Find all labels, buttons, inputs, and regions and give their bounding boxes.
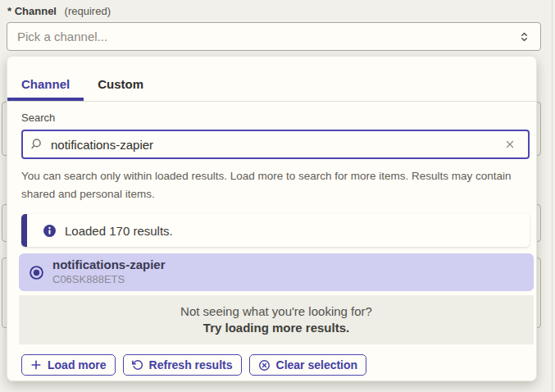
load-more-label: Load more — [48, 358, 107, 371]
select-placeholder: Pick a channel... — [17, 30, 518, 43]
search-field — [21, 130, 525, 159]
empty-hint-box: Not seeing what you're looking for? Try … — [19, 295, 534, 344]
result-row-notifications-zapier[interactable]: notifications-zapier C06SK888ETS — [19, 253, 534, 291]
clear-search-icon[interactable] — [503, 137, 517, 154]
field-label-row: * Channel (required) — [7, 5, 111, 17]
action-button-row: Load more Refresh results Clear selectio… — [21, 354, 525, 376]
panel-body: Search You can search only within loaded… — [7, 112, 536, 376]
result-texts: notifications-zapier C06SK888ETS — [52, 258, 166, 287]
info-banner-text: Loaded 170 results. — [65, 224, 173, 238]
result-subtitle: C06SK888ETS — [52, 273, 166, 287]
tab-custom[interactable]: Custom — [84, 67, 157, 101]
field-label: Channel — [15, 5, 57, 17]
refresh-results-label: Refresh results — [149, 358, 233, 371]
tab-bar: Channel Custom — [7, 57, 536, 102]
refresh-results-button[interactable]: Refresh results — [123, 354, 242, 376]
clear-selection-label: Clear selection — [276, 358, 358, 371]
refresh-icon — [132, 359, 143, 371]
plus-icon — [30, 359, 42, 371]
updown-chevron-icon — [518, 30, 530, 43]
radio-selected-icon[interactable] — [29, 265, 44, 280]
clear-circle-icon — [258, 359, 271, 371]
empty-hint-line1: Not seeing what you're looking for? — [27, 304, 525, 318]
page: * Channel (required) Pick a channel... C… — [0, 0, 555, 392]
info-banner-accent-bar — [21, 214, 27, 247]
empty-hint-line2: Try loading more results. — [27, 321, 525, 335]
channel-select[interactable]: Pick a channel... — [7, 22, 541, 51]
required-note: (required) — [65, 5, 111, 17]
load-more-button[interactable]: Load more — [21, 354, 116, 376]
channel-dropdown-panel: Channel Custom Search You can search onl… — [7, 56, 537, 381]
info-icon — [43, 224, 57, 238]
search-label: Search — [21, 112, 525, 124]
search-icon — [30, 138, 43, 151]
search-input[interactable] — [21, 130, 530, 159]
page-edge-divider — [552, 0, 553, 392]
search-help-text: You can search only within loaded result… — [21, 167, 525, 203]
result-title: notifications-zapier — [52, 258, 166, 273]
tab-channel[interactable]: Channel — [7, 67, 84, 101]
required-asterisk: * — [7, 5, 11, 17]
info-banner: Loaded 170 results. — [21, 214, 530, 247]
clear-selection-button[interactable]: Clear selection — [249, 354, 367, 376]
